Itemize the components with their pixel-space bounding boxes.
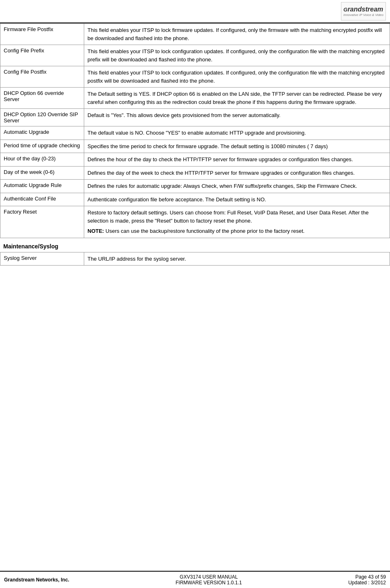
row-label: Firmware File Postfix — [0, 24, 84, 45]
row-description: This field enables your ITSP to lock con… — [84, 45, 390, 66]
table-row: Automatic UpgradeThe default value is NO… — [0, 126, 390, 140]
footer-page: Page 43 of 59 Updated : 3/2012 — [348, 574, 386, 586]
row-label: DHCP Option 120 Override SIP Server — [0, 109, 84, 126]
row-label: Day of the week (0-6) — [0, 166, 84, 180]
row-description: Defines the hour of the day to check the… — [84, 153, 390, 167]
row-label: Period time of upgrade checking — [0, 140, 84, 153]
row-description: Defines the day of the week to check the… — [84, 166, 390, 180]
table-row: Firmware File PostfixThis field enables … — [0, 24, 390, 45]
main-content: Firmware File PostfixThis field enables … — [0, 23, 390, 571]
table-row: DHCP Option 66 override ServerThe Defaul… — [0, 88, 390, 109]
table-row: DHCP Option 120 Override SIP ServerDefau… — [0, 109, 390, 126]
table-row: Hour of the day (0-23)Defines the hour o… — [0, 153, 390, 167]
syslog-table: Syslog Server The URL/IP address for the… — [0, 252, 390, 266]
row-description: Default is "Yes". This allows device get… — [84, 109, 390, 126]
row-label: Authenticate Conf File — [0, 193, 84, 206]
table-row: Syslog Server The URL/IP address for the… — [0, 252, 390, 266]
syslog-desc: The URL/IP address for the syslog server… — [84, 252, 390, 266]
page-container: Grandstream Innovative IP Voice & Video … — [0, 0, 390, 588]
table-row: Authenticate Conf FileAuthenticate confi… — [0, 193, 390, 206]
settings-table: Firmware File PostfixThis field enables … — [0, 23, 390, 238]
row-label: Factory Reset — [0, 206, 84, 238]
row-label: DHCP Option 66 override Server — [0, 88, 84, 109]
table-row: Day of the week (0-6)Defines the day of … — [0, 166, 390, 180]
table-row: Period time of upgrade checkingSpecifies… — [0, 140, 390, 153]
row-description: The default value is NO. Choose "YES" to… — [84, 126, 390, 140]
page-header: Grandstream Innovative IP Voice & Video — [0, 0, 390, 23]
row-description: This field enables your ITSP to lock con… — [84, 66, 390, 88]
row-label: Config File Prefix — [0, 45, 84, 66]
table-row: Config File PrefixThis field enables you… — [0, 45, 390, 66]
row-description: Specifies the time period to check for f… — [84, 140, 390, 153]
footer-company: Grandstream Networks, Inc. — [4, 577, 69, 583]
note-label: NOTE: — [87, 228, 105, 234]
footer-manual: GXV3174 USER MANUAL FIRMWARE VERSION 1.0… — [176, 574, 242, 586]
row-label: Automatic Upgrade Rule — [0, 180, 84, 193]
company-logo: Grandstream Innovative IP Voice & Video — [341, 2, 386, 20]
syslog-label: Syslog Server — [0, 252, 84, 266]
table-row: Config File PostfixThis field enables yo… — [0, 66, 390, 88]
row-label: Config File Postfix — [0, 66, 84, 88]
logo-tagline: Innovative IP Voice & Video — [343, 13, 383, 17]
row-label: Automatic Upgrade — [0, 126, 84, 140]
row-description: The Default setting is YES. If DHCP opti… — [84, 88, 390, 109]
row-description: This field enables your ITSP to lock fir… — [84, 24, 390, 45]
table-row: Factory ResetRestore to factory default … — [0, 206, 390, 238]
row-description: Authenticate configuration file before a… — [84, 193, 390, 206]
page-footer: Grandstream Networks, Inc. GXV3174 USER … — [0, 571, 390, 588]
table-row: Automatic Upgrade RuleDefines the rules … — [0, 180, 390, 193]
row-label: Hour of the day (0-23) — [0, 153, 84, 167]
section-heading: Maintenance/Syslog — [0, 238, 390, 252]
row-description: Defines the rules for automatic upgrade:… — [84, 180, 390, 193]
row-description: Restore to factory default settings. Use… — [84, 206, 390, 238]
